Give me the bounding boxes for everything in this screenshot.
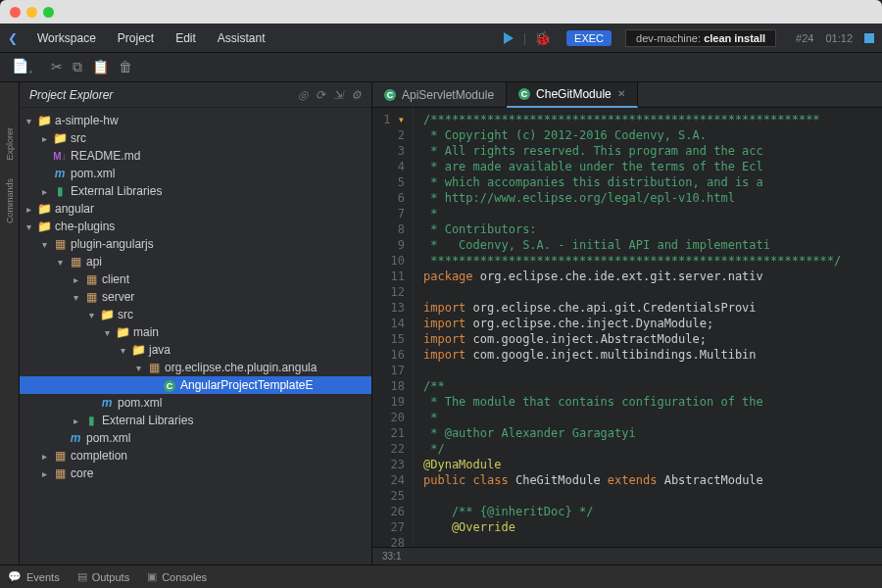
tree-node[interactable]: mpom.xml — [20, 429, 371, 447]
refresh-icon[interactable]: ⟳ — [316, 88, 325, 102]
tree-node-label: api — [86, 255, 102, 269]
tree-node-label: core — [71, 466, 93, 480]
tab-commands[interactable]: Commands — [5, 172, 15, 229]
tree-node-label: src — [118, 308, 133, 321]
code-content[interactable]: /***************************************… — [414, 108, 882, 547]
folder-yellow-icon: 📁 — [37, 220, 51, 233]
tree-node[interactable]: 📁angular — [20, 200, 371, 218]
tree-node[interactable]: 📁a-simple-hw — [20, 112, 371, 129]
collapse-icon[interactable]: ⇲ — [333, 88, 343, 102]
bottom-tab-icon: 💬 — [8, 570, 22, 583]
tree-node[interactable]: ▦org.eclipse.che.plugin.angula — [20, 359, 371, 376]
tree-node[interactable]: 📁src — [20, 129, 371, 147]
expand-caret-icon[interactable] — [133, 363, 143, 373]
editor-tab[interactable]: CCheGitModule✕ — [507, 82, 638, 108]
close-tab-icon[interactable]: ✕ — [617, 88, 625, 99]
svg-marker-0 — [504, 32, 514, 44]
paste-icon[interactable]: 📋 — [92, 59, 109, 75]
bottom-tab-label: Consoles — [162, 571, 207, 583]
exec-badge[interactable]: EXEC — [566, 30, 612, 46]
tree-node[interactable]: ▦server — [20, 288, 371, 306]
expand-caret-icon[interactable] — [118, 345, 127, 356]
tree-node[interactable]: CAngularProjectTemplateE — [20, 376, 371, 394]
expand-caret-icon[interactable] — [86, 310, 96, 320]
tree-node[interactable]: ▦api — [20, 253, 371, 270]
expand-caret-icon[interactable] — [24, 221, 33, 232]
folder-blue-icon: 📁 — [131, 343, 145, 357]
menu-project[interactable]: Project — [108, 27, 164, 49]
new-file-icon[interactable]: 📄+ — [12, 58, 33, 76]
tree-node[interactable]: ▮External Libraries — [20, 412, 371, 429]
expand-caret-icon[interactable] — [102, 327, 112, 338]
delete-icon[interactable]: 🗑 — [119, 59, 132, 75]
menu-assistant[interactable]: Assistant — [208, 27, 275, 49]
settings-icon[interactable]: ⚙ — [351, 88, 362, 102]
tree-node[interactable]: ▦plugin-angularjs — [20, 235, 371, 253]
tree-node[interactable]: mpom.xml — [20, 165, 371, 182]
folder-yellow-icon: 📁 — [37, 114, 51, 127]
tab-label: ApiServletModule — [402, 88, 494, 102]
editor-tab[interactable]: CApiServletModule — [372, 82, 507, 108]
cut-icon[interactable]: ✂ — [51, 59, 63, 75]
bottom-tab[interactable]: ▤Outputs — [77, 570, 130, 583]
tree-node[interactable]: ▮External Libraries — [20, 182, 371, 200]
maximize-window-icon[interactable] — [43, 7, 54, 18]
expand-caret-icon[interactable] — [71, 274, 80, 285]
run-controls: | 🐞 EXEC dev-machine: clean install — [502, 29, 776, 47]
left-tool-tabs: Explorer Commands — [0, 82, 20, 564]
file-tree[interactable]: 📁a-simple-hw📁srcM↓README.mdmpom.xml▮Exte… — [20, 108, 371, 564]
expand-caret-icon[interactable] — [55, 257, 65, 268]
debug-icon[interactable]: 🐞 — [534, 30, 551, 46]
expand-caret-icon[interactable] — [39, 186, 49, 197]
folder-blue-icon: 📁 — [116, 325, 129, 339]
tree-node[interactable]: M↓README.md — [20, 147, 371, 165]
expand-caret-icon[interactable] — [39, 468, 49, 479]
expand-caret-icon[interactable] — [71, 292, 80, 303]
tree-node[interactable]: mpom.xml — [20, 394, 371, 412]
menu-edit[interactable]: Edit — [166, 27, 206, 49]
expand-caret-icon[interactable] — [24, 116, 33, 126]
command-prefix: dev-machine: — [636, 32, 701, 44]
minimize-window-icon[interactable] — [26, 7, 37, 18]
menu-workspace[interactable]: Workspace — [27, 27, 106, 49]
window-titlebar — [0, 0, 882, 24]
file-md-icon: M↓ — [53, 151, 67, 162]
tree-node-label: AngularProjectTemplateE — [180, 378, 313, 392]
close-window-icon[interactable] — [10, 7, 21, 18]
tree-node[interactable]: ▦completion — [20, 447, 371, 465]
toolbar: 📄+ ✂ ⧉ 📋 🗑 — [0, 53, 882, 82]
back-icon[interactable]: ❮ — [8, 31, 18, 45]
tree-node[interactable]: 📁main — [20, 323, 371, 341]
tree-node[interactable]: 📁java — [20, 341, 371, 359]
file-m-icon: m — [53, 167, 67, 180]
tree-node[interactable]: 📁src — [20, 306, 371, 323]
tab-label: CheGitModule — [536, 87, 612, 101]
tree-node[interactable]: ▦client — [20, 270, 371, 288]
editor-statusbar: 33:1 — [372, 547, 882, 564]
explorer-title: Project Explorer — [29, 88, 113, 102]
pkg-icon: ▦ — [53, 449, 67, 463]
command-box[interactable]: dev-machine: clean install — [625, 29, 776, 47]
run-icon[interactable] — [502, 31, 515, 45]
tree-node-label: External Libraries — [71, 184, 162, 198]
tree-node[interactable]: ▦core — [20, 465, 371, 482]
expand-caret-icon[interactable] — [71, 416, 80, 426]
tree-node[interactable]: 📁che-plugins — [20, 218, 371, 235]
pkg-icon: ▦ — [84, 290, 98, 304]
tree-node-label: External Libraries — [102, 414, 193, 427]
tab-explorer[interactable]: Explorer — [5, 122, 15, 167]
locate-icon[interactable]: ◎ — [298, 88, 308, 102]
tree-node-label: src — [71, 131, 86, 145]
expand-caret-icon[interactable] — [24, 204, 33, 215]
bottom-tab[interactable]: 💬Events — [8, 570, 60, 583]
copy-icon[interactable]: ⧉ — [73, 59, 82, 75]
folder-yellow-icon: 📁 — [37, 202, 51, 216]
tree-node-label: pom.xml — [86, 431, 130, 445]
bottom-tab-label: Outputs — [92, 571, 130, 583]
tree-node-label: completion — [71, 449, 127, 463]
code-editor[interactable]: 1 ▾2345678910111213141516171819202122232… — [372, 108, 882, 547]
expand-caret-icon[interactable] — [39, 451, 49, 462]
bottom-tab[interactable]: ▣Consoles — [147, 570, 207, 583]
expand-caret-icon[interactable] — [39, 133, 49, 144]
expand-caret-icon[interactable] — [39, 239, 49, 250]
